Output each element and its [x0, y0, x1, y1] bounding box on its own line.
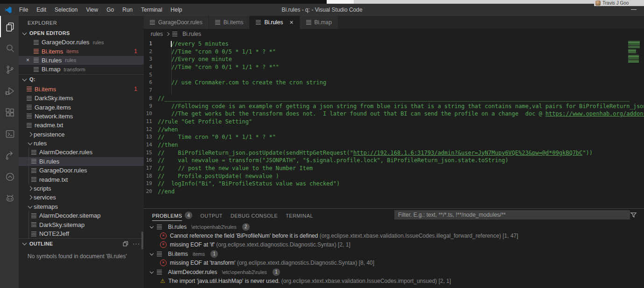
tree-folder-services[interactable]: services [19, 193, 144, 202]
activity-explorer-icon[interactable] [0, 16, 19, 37]
code-line[interactable]: 15// BiProfileReturn_json.postUpdate(sen… [144, 149, 644, 157]
code-line[interactable]: 1 //every 5 minutes [144, 40, 644, 48]
activity-search-icon[interactable] [0, 37, 19, 59]
error-icon: × [160, 233, 167, 239]
open-editor-item[interactable]: ×Bi.rulesrules [19, 56, 144, 65]
problem-row[interactable]: ×missing EOF at 'if' (org.eclipse.xtext.… [144, 240, 644, 249]
tree-file-darksky.sitemap[interactable]: DarkSky.sitemap [19, 220, 144, 229]
code-line[interactable]: 12//when [144, 126, 644, 134]
menu-file[interactable]: File [15, 7, 32, 13]
code-text: // // post the new value to the Number I… [152, 165, 313, 172]
breadcrumb[interactable]: rules Bi.rules [144, 29, 644, 39]
outline-header[interactable]: OUTLINE ··· [19, 238, 144, 249]
problem-file-row[interactable]: Bi.itemsitems1 [144, 249, 644, 258]
folder-header[interactable]: Q: [19, 74, 144, 85]
panel-tab-terminal[interactable]: TERMINAL [286, 209, 313, 222]
minimap[interactable] [628, 41, 640, 64]
problem-row[interactable]: ×missing EOF at 'transform' (org.eclipse… [144, 259, 644, 267]
code-line[interactable]: 14//then [144, 141, 644, 149]
menu-run[interactable]: Run [118, 7, 137, 13]
panel-tab-debug-console[interactable]: DEBUG CONSOLE [231, 209, 278, 222]
tree-folder-sitemaps[interactable]: sitemaps [19, 202, 144, 211]
code-line[interactable]: 9 //Following code is an example of gett… [144, 103, 644, 110]
activity-run-debug-icon[interactable] [0, 80, 19, 102]
code-link[interactable]: https://www.openhab.org/addons/ [546, 110, 644, 117]
code-line[interactable]: 13// Time cron "0 0/1 * 1/1 * ? *" [144, 133, 644, 141]
activity-circle-up-icon[interactable] [0, 166, 19, 187]
code-link[interactable]: http://192.168.1.6:31793/admin?&user=JyN… [353, 150, 582, 156]
code-line[interactable]: 8//_____________________________________… [144, 95, 644, 103]
close-icon[interactable]: × [26, 57, 34, 63]
file-icon [34, 58, 39, 62]
breadcrumb-file[interactable]: Bi.rules [182, 31, 201, 37]
problem-row[interactable]: ×Cannot reference the field 'BiProfileNu… [144, 231, 644, 240]
open-editor-item[interactable]: GarageDoor.rulesrules [19, 38, 144, 47]
menu-go[interactable]: Go [102, 7, 118, 13]
item-name: AlarmDecoder.rules [39, 149, 92, 156]
menu-terminal[interactable]: Terminal [137, 7, 166, 13]
menu-selection[interactable]: Selection [50, 7, 82, 13]
tree-file-garagedoor.rules[interactable]: GarageDoor.rules [19, 166, 144, 175]
tree-file-readme.txt[interactable]: readme.txt [19, 175, 144, 184]
open-editor-item[interactable]: Bi.itemsitems1 [19, 47, 144, 55]
activity-terminal-icon[interactable] [0, 123, 19, 144]
collapse-all-icon[interactable] [122, 240, 129, 247]
tab-garagedoor.rules[interactable]: GarageDoor.rules [144, 16, 209, 29]
tree-file-alarmdecoder.rules[interactable]: AlarmDecoder.rules [19, 148, 144, 157]
code-line[interactable]: 5 [144, 71, 644, 79]
tree-folder-scripts[interactable]: scripts [19, 184, 144, 193]
code-line[interactable]: 18// Profile.postUpdate( newvalue ) [144, 172, 644, 180]
code-editor[interactable]: 1 //every 5 minutes2 //Time "cron 0 0/5 … [144, 39, 644, 208]
tab-bi.items[interactable]: Bi.items [209, 16, 250, 29]
tree-file-note2jeff[interactable]: NOTE2Jeff [19, 229, 144, 238]
code-line[interactable]: 2 //Time "cron 0 0/5 * 1/1 * ? *" [144, 48, 644, 56]
tab-bi.map[interactable]: Bi.map [300, 16, 338, 29]
tree-file-bi.rules[interactable]: Bi.rules [19, 157, 144, 166]
tree-folder-persistence[interactable]: persistence [19, 130, 144, 139]
code-line[interactable]: 3 //Every one minute [144, 55, 644, 63]
panel-tab-label: TERMINAL [286, 210, 313, 221]
open-editors-header[interactable]: OPEN EDITORS [19, 28, 144, 38]
file-icon [306, 20, 311, 25]
breadcrumb-folder[interactable]: rules [151, 31, 163, 37]
tree-file-alarmdecoder.sitemap[interactable]: AlarmDecoder.sitemap [19, 211, 144, 220]
problem-file-row[interactable]: AlarmDecoder.rules\etc\openhab2\rules1 [144, 267, 644, 276]
tab-bi.rules[interactable]: Bi.rules× [250, 16, 300, 29]
file-name: GarageDoor.rules [42, 39, 90, 46]
code-line[interactable]: 4 //Time "cron 0 0/1 * 1/1 * ? *"" [144, 63, 644, 71]
open-editor-item[interactable]: Bi.maptransform [19, 65, 144, 74]
problem-row[interactable]: ⚠The import 'java.util.HashMap' is never… [144, 276, 644, 285]
code-line[interactable]: 20//end [144, 188, 644, 196]
file-icon [150, 20, 155, 25]
menu-edit[interactable]: Edit [32, 7, 50, 13]
code-line[interactable]: 10 //The get works but the transform doe… [144, 110, 644, 118]
panel-tab-output[interactable]: OUTPUT [200, 209, 223, 222]
sidebar-scrollbar[interactable] [141, 232, 143, 249]
tree-folder-rules[interactable]: rules [19, 139, 144, 148]
problem-file-row[interactable]: Bi.rules\etc\openhab2\rules2 [144, 222, 644, 231]
activity-remote-icon[interactable] [0, 144, 19, 166]
menu-view[interactable]: View [82, 7, 102, 13]
activity-robot-icon[interactable] [0, 187, 19, 209]
code-line[interactable]: 7 [144, 87, 644, 95]
tree-file-darksky.items[interactable]: DarkSky.items [19, 94, 144, 103]
code-line[interactable]: 16// val newvalue = transform("JSONPATH"… [144, 157, 644, 165]
file-type-label: rules [93, 40, 104, 45]
tree-file-network.items[interactable]: Network.items [19, 112, 144, 121]
tree-file-garage.items[interactable]: Garage.items [19, 103, 144, 111]
problem-source: (org.eclipse.xtext.xbase.validation.Issu… [320, 233, 501, 239]
code-line[interactable]: 11//rule "Get Profile Setting" [144, 118, 644, 126]
code-line[interactable]: 17// // post the new value to the Number… [144, 165, 644, 172]
activity-source-control-icon[interactable] [0, 59, 19, 80]
code-line[interactable]: 6 // use Cronmaker.com to create the cro… [144, 79, 644, 87]
code-line[interactable]: 19// logInfo("Bi", "BiProfileStatus valu… [144, 180, 644, 188]
panel-tab-problems[interactable]: PROBLEMS4 [152, 209, 192, 222]
tree-file-bi.items[interactable]: Bi.items1 [19, 85, 144, 94]
filter-icon[interactable] [630, 212, 637, 219]
menu-help[interactable]: Help [167, 7, 187, 13]
activity-extensions-icon[interactable] [0, 102, 19, 123]
problems-filter-input[interactable] [394, 210, 630, 219]
close-icon[interactable]: × [289, 19, 293, 26]
more-actions-icon[interactable]: ··· [133, 240, 140, 247]
tree-file-readme.txt[interactable]: readme.txt [19, 121, 144, 130]
